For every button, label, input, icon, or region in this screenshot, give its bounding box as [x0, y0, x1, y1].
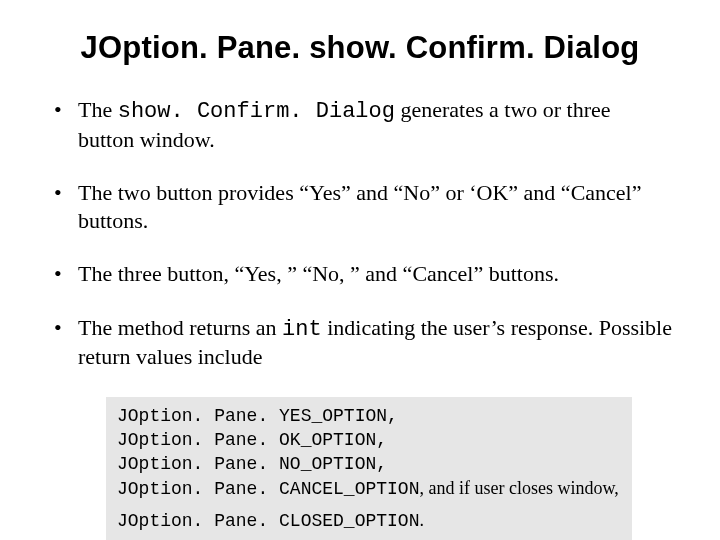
body-text: The: [78, 97, 118, 122]
inline-code: int: [282, 317, 322, 342]
inline-code: show. Confirm. Dialog: [118, 99, 395, 124]
code-line: JOption. Pane. CLOSED_OPTION.: [117, 508, 621, 533]
code-line: JOption. Pane. CANCEL_OPTION, and if use…: [117, 476, 621, 501]
bullet-item: The three button, “Yes, ” “No, ” and “Ca…: [48, 260, 672, 288]
code-line: JOption. Pane. NO_OPTION,: [117, 452, 621, 476]
bullet-item: The method returns an int indicating the…: [48, 314, 672, 371]
code-text: .: [419, 510, 424, 530]
code-text: , and if user closes window,: [419, 478, 618, 498]
code-line: JOption. Pane. OK_OPTION,: [117, 428, 621, 452]
code-text: JOption. Pane. CANCEL_OPTION: [117, 479, 419, 499]
code-line: JOption. Pane. YES_OPTION,: [117, 404, 621, 428]
bullet-item: The show. Confirm. Dialog generates a tw…: [48, 96, 672, 153]
slide: JOption. Pane. show. Confirm. Dialog The…: [0, 0, 720, 540]
body-text: The two button provides “Yes” and “No” o…: [78, 180, 641, 233]
body-text: The method returns an: [78, 315, 282, 340]
code-text: JOption. Pane. CLOSED_OPTION: [117, 511, 419, 531]
bullet-item: The two button provides “Yes” and “No” o…: [48, 179, 672, 234]
body-text: The three button, “Yes, ” “No, ” and “Ca…: [78, 261, 559, 286]
code-box: JOption. Pane. YES_OPTION, JOption. Pane…: [106, 397, 632, 541]
bullet-list: The show. Confirm. Dialog generates a tw…: [48, 96, 672, 371]
slide-title: JOption. Pane. show. Confirm. Dialog: [48, 30, 672, 66]
